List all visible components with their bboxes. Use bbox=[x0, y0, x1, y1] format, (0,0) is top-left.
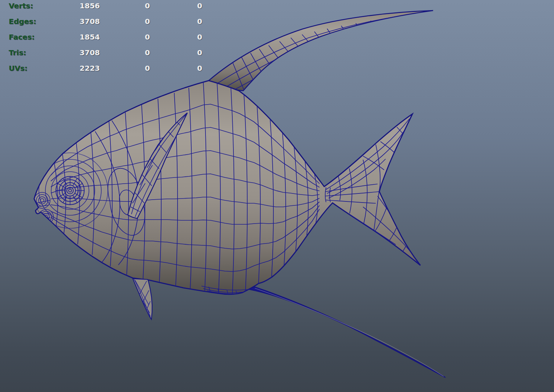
anal-fin-streamer bbox=[249, 287, 445, 377]
dorsal-fin-streamer bbox=[209, 11, 433, 91]
anal-streamer-highlight bbox=[255, 288, 444, 376]
fish-wireframe-model bbox=[0, 0, 554, 392]
maya-3d-viewport-window: { "viewport": { "name": "perspective-3d-… bbox=[0, 0, 554, 392]
fish-body bbox=[34, 81, 420, 294]
fish-model-root bbox=[32, 11, 445, 377]
viewport-3d-canvas[interactable]: Verts: 1856 0 0 Edges: 3708 0 0 Faces: 1… bbox=[0, 0, 554, 392]
